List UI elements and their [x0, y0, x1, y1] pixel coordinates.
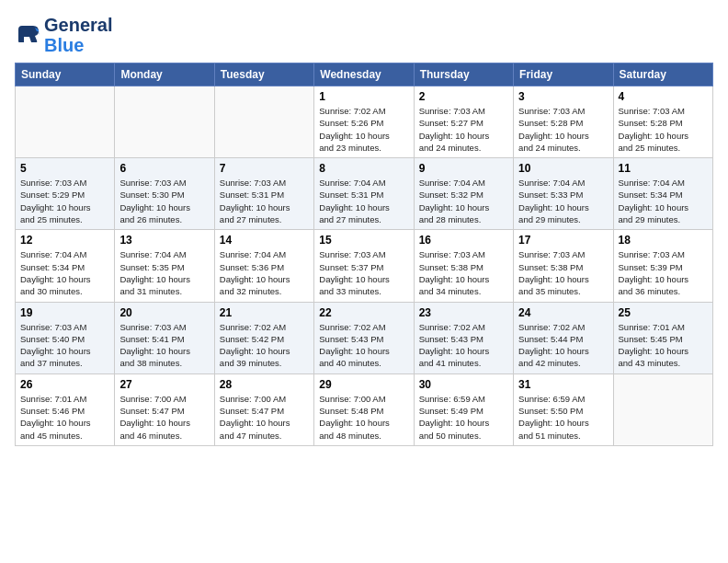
- calendar-cell: 17Sunrise: 7:03 AM Sunset: 5:38 PM Dayli…: [514, 230, 613, 302]
- calendar-cell: 23Sunrise: 7:02 AM Sunset: 5:43 PM Dayli…: [414, 302, 513, 373]
- day-number: 3: [518, 90, 608, 103]
- day-info: Sunrise: 7:00 AM Sunset: 5:47 PM Dayligh…: [119, 393, 209, 442]
- day-number: 8: [319, 162, 408, 175]
- day-number: 13: [119, 234, 209, 247]
- day-info: Sunrise: 7:00 AM Sunset: 5:48 PM Dayligh…: [319, 393, 408, 442]
- day-number: 5: [20, 162, 109, 175]
- day-info: Sunrise: 7:03 AM Sunset: 5:30 PM Dayligh…: [119, 177, 209, 225]
- logo-text: General Blue: [44, 15, 112, 55]
- day-info: Sunrise: 7:03 AM Sunset: 5:28 PM Dayligh…: [518, 105, 608, 154]
- day-info: Sunrise: 7:04 AM Sunset: 5:32 PM Dayligh…: [419, 177, 508, 225]
- week-row-3: 12Sunrise: 7:04 AM Sunset: 5:34 PM Dayli…: [16, 230, 713, 302]
- calendar-cell: 20Sunrise: 7:03 AM Sunset: 5:41 PM Dayli…: [115, 302, 214, 373]
- header-thursday: Thursday: [414, 63, 513, 86]
- calendar-cell: 24Sunrise: 7:02 AM Sunset: 5:44 PM Dayli…: [514, 302, 613, 373]
- calendar-cell: 25Sunrise: 7:01 AM Sunset: 5:45 PM Dayli…: [613, 302, 712, 373]
- header-friday: Friday: [514, 63, 613, 86]
- day-info: Sunrise: 6:59 AM Sunset: 5:50 PM Dayligh…: [518, 393, 608, 442]
- day-info: Sunrise: 7:03 AM Sunset: 5:38 PM Dayligh…: [518, 248, 608, 297]
- calendar-cell: 27Sunrise: 7:00 AM Sunset: 5:47 PM Dayli…: [115, 373, 214, 445]
- day-number: 1: [319, 90, 408, 103]
- calendar-cell: 19Sunrise: 7:03 AM Sunset: 5:40 PM Dayli…: [16, 302, 115, 373]
- calendar-cell: 9Sunrise: 7:04 AM Sunset: 5:32 PM Daylig…: [414, 158, 513, 230]
- day-info: Sunrise: 7:02 AM Sunset: 5:42 PM Dayligh…: [220, 321, 309, 370]
- header: General Blue: [15, 15, 713, 55]
- header-monday: Monday: [115, 63, 214, 86]
- calendar-cell: 31Sunrise: 6:59 AM Sunset: 5:50 PM Dayli…: [514, 373, 613, 445]
- day-info: Sunrise: 7:03 AM Sunset: 5:27 PM Dayligh…: [419, 105, 508, 154]
- day-number: 18: [619, 234, 708, 247]
- calendar-header-row: SundayMondayTuesdayWednesdayThursdayFrid…: [16, 63, 713, 86]
- calendar-cell: 8Sunrise: 7:04 AM Sunset: 5:31 PM Daylig…: [314, 158, 414, 230]
- day-info: Sunrise: 7:03 AM Sunset: 5:41 PM Dayligh…: [119, 321, 209, 370]
- calendar-cell: 14Sunrise: 7:04 AM Sunset: 5:36 PM Dayli…: [214, 230, 313, 302]
- calendar-cell: 21Sunrise: 7:02 AM Sunset: 5:42 PM Dayli…: [214, 302, 313, 373]
- calendar-cell: 15Sunrise: 7:03 AM Sunset: 5:37 PM Dayli…: [314, 230, 414, 302]
- day-number: 23: [419, 306, 508, 319]
- calendar-cell: 5Sunrise: 7:03 AM Sunset: 5:29 PM Daylig…: [16, 158, 115, 230]
- day-number: 29: [319, 378, 408, 391]
- calendar-cell: 10Sunrise: 7:04 AM Sunset: 5:33 PM Dayli…: [514, 158, 613, 230]
- day-info: Sunrise: 7:01 AM Sunset: 5:46 PM Dayligh…: [20, 393, 109, 442]
- day-number: 6: [119, 162, 209, 175]
- day-info: Sunrise: 7:03 AM Sunset: 5:31 PM Dayligh…: [220, 177, 309, 225]
- header-sunday: Sunday: [16, 63, 115, 86]
- calendar-cell: 13Sunrise: 7:04 AM Sunset: 5:35 PM Dayli…: [115, 230, 214, 302]
- day-info: Sunrise: 7:03 AM Sunset: 5:28 PM Dayligh…: [619, 105, 708, 154]
- logo-icon: [15, 22, 40, 48]
- day-number: 9: [419, 162, 508, 175]
- day-number: 12: [20, 234, 109, 247]
- calendar-cell: [115, 86, 214, 158]
- day-info: Sunrise: 7:00 AM Sunset: 5:47 PM Dayligh…: [220, 393, 309, 442]
- day-number: 20: [119, 306, 209, 319]
- day-info: Sunrise: 7:04 AM Sunset: 5:35 PM Dayligh…: [119, 248, 209, 297]
- calendar-cell: 1Sunrise: 7:02 AM Sunset: 5:26 PM Daylig…: [314, 86, 414, 158]
- day-number: 16: [419, 234, 508, 247]
- day-info: Sunrise: 7:04 AM Sunset: 5:36 PM Dayligh…: [220, 248, 309, 297]
- day-info: Sunrise: 7:03 AM Sunset: 5:29 PM Dayligh…: [20, 177, 109, 225]
- calendar-cell: 11Sunrise: 7:04 AM Sunset: 5:34 PM Dayli…: [613, 158, 712, 230]
- day-number: 17: [518, 234, 608, 247]
- calendar-cell: 2Sunrise: 7:03 AM Sunset: 5:27 PM Daylig…: [414, 86, 513, 158]
- week-row-4: 19Sunrise: 7:03 AM Sunset: 5:40 PM Dayli…: [16, 302, 713, 373]
- calendar-cell: 16Sunrise: 7:03 AM Sunset: 5:38 PM Dayli…: [414, 230, 513, 302]
- logo: General Blue: [15, 15, 112, 55]
- week-row-2: 5Sunrise: 7:03 AM Sunset: 5:29 PM Daylig…: [16, 158, 713, 230]
- header-tuesday: Tuesday: [214, 63, 313, 86]
- day-number: 4: [619, 90, 708, 103]
- day-number: 27: [119, 378, 209, 391]
- day-info: Sunrise: 7:03 AM Sunset: 5:40 PM Dayligh…: [20, 321, 109, 370]
- day-number: 14: [220, 234, 309, 247]
- calendar-cell: 26Sunrise: 7:01 AM Sunset: 5:46 PM Dayli…: [16, 373, 115, 445]
- day-number: 31: [518, 378, 608, 391]
- day-info: Sunrise: 7:02 AM Sunset: 5:44 PM Dayligh…: [518, 321, 608, 370]
- calendar-cell: 29Sunrise: 7:00 AM Sunset: 5:48 PM Dayli…: [314, 373, 414, 445]
- day-info: Sunrise: 7:03 AM Sunset: 5:39 PM Dayligh…: [619, 248, 708, 297]
- week-row-5: 26Sunrise: 7:01 AM Sunset: 5:46 PM Dayli…: [16, 373, 713, 445]
- day-number: 2: [419, 90, 508, 103]
- calendar-cell: [16, 86, 115, 158]
- calendar-cell: 28Sunrise: 7:00 AM Sunset: 5:47 PM Dayli…: [214, 373, 313, 445]
- calendar-cell: 18Sunrise: 7:03 AM Sunset: 5:39 PM Dayli…: [613, 230, 712, 302]
- day-info: Sunrise: 7:01 AM Sunset: 5:45 PM Dayligh…: [619, 321, 708, 370]
- day-info: Sunrise: 7:04 AM Sunset: 5:34 PM Dayligh…: [20, 248, 109, 297]
- day-number: 15: [319, 234, 408, 247]
- day-number: 22: [319, 306, 408, 319]
- day-info: Sunrise: 7:03 AM Sunset: 5:37 PM Dayligh…: [319, 248, 408, 297]
- day-number: 7: [220, 162, 309, 175]
- calendar-cell: 4Sunrise: 7:03 AM Sunset: 5:28 PM Daylig…: [613, 86, 712, 158]
- calendar-cell: 3Sunrise: 7:03 AM Sunset: 5:28 PM Daylig…: [514, 86, 613, 158]
- day-info: Sunrise: 7:02 AM Sunset: 5:26 PM Dayligh…: [319, 105, 408, 154]
- day-number: 21: [220, 306, 309, 319]
- header-wednesday: Wednesday: [314, 63, 414, 86]
- calendar-table: SundayMondayTuesdayWednesdayThursdayFrid…: [15, 63, 713, 446]
- day-number: 28: [220, 378, 309, 391]
- calendar-cell: 22Sunrise: 7:02 AM Sunset: 5:43 PM Dayli…: [314, 302, 414, 373]
- day-number: 25: [619, 306, 708, 319]
- day-info: Sunrise: 7:02 AM Sunset: 5:43 PM Dayligh…: [419, 321, 508, 370]
- calendar-cell: 12Sunrise: 7:04 AM Sunset: 5:34 PM Dayli…: [16, 230, 115, 302]
- calendar-cell: 7Sunrise: 7:03 AM Sunset: 5:31 PM Daylig…: [214, 158, 313, 230]
- week-row-1: 1Sunrise: 7:02 AM Sunset: 5:26 PM Daylig…: [16, 86, 713, 158]
- day-info: Sunrise: 6:59 AM Sunset: 5:49 PM Dayligh…: [419, 393, 508, 442]
- calendar-cell: 30Sunrise: 6:59 AM Sunset: 5:49 PM Dayli…: [414, 373, 513, 445]
